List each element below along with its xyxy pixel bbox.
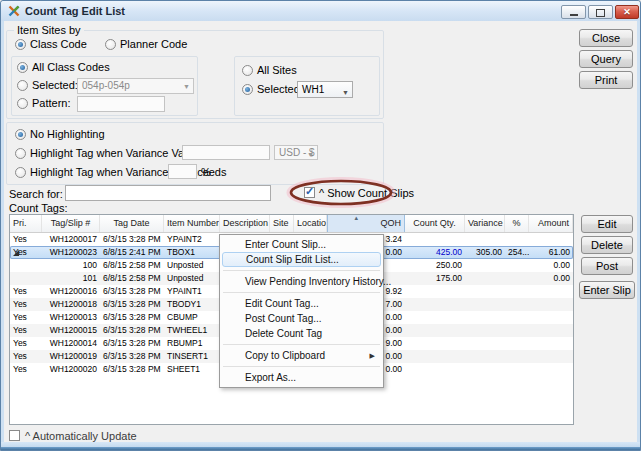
cell-item: TWHEEL1 <box>164 324 220 337</box>
column-header-site[interactable]: Site <box>270 215 294 232</box>
menu-item-view-pending-inventory-history[interactable]: View Pending Inventory History... <box>220 274 383 289</box>
class-code-radio-label[interactable]: Class Code <box>30 38 87 50</box>
variance-value-input[interactable] <box>182 145 270 160</box>
expanded-indicator-icon[interactable] <box>13 250 19 256</box>
cell-tag: WH1200019 <box>42 350 100 363</box>
query-button[interactable]: Query <box>579 50 633 68</box>
cell-count_qty <box>405 298 465 311</box>
search-label: Search for: <box>9 188 63 200</box>
delete-button[interactable]: Delete <box>581 236 633 254</box>
class-code-combobox[interactable]: 054p-054p ▼ <box>77 78 194 94</box>
class-code-radio[interactable] <box>15 39 26 50</box>
class-code-combobox-value: 054p-054p <box>82 80 130 91</box>
item-sites-group-label: Item Sites by <box>14 24 84 36</box>
menu-item-edit-count-tag[interactable]: Edit Count Tag... <box>220 296 383 311</box>
selected-site-label[interactable]: Selected: <box>257 83 303 95</box>
column-header-desc[interactable]: Description <box>220 215 270 232</box>
submenu-arrow-icon: ▶ <box>370 348 375 363</box>
menu-item-count-slip-edit-list[interactable]: Count Slip Edit List... <box>222 252 381 267</box>
menu-item-copy-to-clipboard[interactable]: Copy to Clipboard▶ <box>220 348 383 363</box>
cell-variance <box>465 311 505 324</box>
automatically-update-label[interactable]: ^ Automatically Update <box>25 430 137 442</box>
column-header-pct[interactable]: % <box>505 215 529 232</box>
pattern-radio[interactable] <box>17 98 28 109</box>
all-sites-label[interactable]: All Sites <box>257 64 297 76</box>
column-header-loc[interactable]: Location <box>294 215 327 232</box>
close-button[interactable]: Close <box>579 29 633 47</box>
column-header-date[interactable]: Tag Date <box>100 215 164 232</box>
cell-pct <box>505 233 529 246</box>
cell-pct <box>505 337 529 350</box>
close-window-button[interactable]: ✕ <box>615 5 639 19</box>
menu-separator <box>223 366 380 367</box>
menu-item-label: Enter Count Slip... <box>245 239 326 250</box>
cell-pct: 254... <box>505 246 529 259</box>
pattern-label[interactable]: Pattern: <box>32 97 71 109</box>
all-class-codes-label[interactable]: All Class Codes <box>32 61 110 73</box>
maximize-button[interactable] <box>588 5 613 19</box>
cell-variance <box>465 233 505 246</box>
automatically-update-checkbox[interactable] <box>9 430 20 441</box>
column-header-amount[interactable]: Amount <box>529 215 573 232</box>
highlight-variance-pct-radio[interactable] <box>15 167 26 178</box>
planner-code-radio-label[interactable]: Planner Code <box>120 38 187 50</box>
highlight-variance-value-radio[interactable] <box>15 148 26 159</box>
selected-site-radio[interactable] <box>242 84 253 95</box>
minimize-button[interactable] <box>561 5 586 19</box>
post-button[interactable]: Post <box>581 257 633 275</box>
menu-item-export-as[interactable]: Export As... <box>220 370 383 385</box>
sort-ascending-icon: ▴ <box>355 215 359 226</box>
no-highlighting-radio[interactable] <box>15 129 26 140</box>
menu-item-delete-count-tag[interactable]: Delete Count Tag <box>220 326 383 341</box>
cell-count_qty <box>405 311 465 324</box>
cell-amount <box>529 337 573 350</box>
site-combobox[interactable]: WH1 ▼ <box>297 81 353 98</box>
cell-variance <box>465 337 505 350</box>
all-sites-radio[interactable] <box>242 65 253 76</box>
column-header-item[interactable]: Item Number <box>164 215 220 232</box>
show-count-slips-checkbox[interactable] <box>304 187 315 198</box>
cell-pri: Yes <box>10 350 42 363</box>
titlebar[interactable]: Count Tag Edit List ✕ <box>1 1 640 21</box>
highlight-variance-pct-label[interactable]: Highlight Tag when Variance % Exceeds <box>30 166 227 178</box>
cell-pri: Yes <box>10 324 42 337</box>
column-header-count_qty[interactable]: Count Qty. <box>405 215 465 232</box>
pattern-input[interactable] <box>77 96 165 112</box>
cell-item: TBODY1 <box>164 298 220 311</box>
cell-pct <box>505 311 529 324</box>
selected-class-code-radio[interactable] <box>17 80 28 91</box>
cell-item: YPAINT2 <box>164 233 220 246</box>
cell-count_qty <box>405 363 465 376</box>
print-button[interactable]: Print <box>579 71 633 89</box>
cell-amount: 0.00 <box>529 259 573 272</box>
cell-count_qty: 250.00 <box>405 259 465 272</box>
currency-combobox[interactable]: USD - $ ▼ <box>274 145 318 160</box>
cell-count_qty: 425.00 <box>405 246 465 259</box>
cell-variance <box>465 272 505 285</box>
column-header-qoh[interactable]: QOH▴ <box>327 215 405 232</box>
cell-pri: Yes <box>10 298 42 311</box>
menu-item-enter-count-slip[interactable]: Enter Count Slip... <box>220 237 383 252</box>
search-input[interactable] <box>65 185 271 201</box>
column-header-variance[interactable]: Variance <box>465 215 505 232</box>
column-header-tag[interactable]: Tag/Slip # <box>42 215 100 232</box>
all-class-codes-radio[interactable] <box>17 62 28 73</box>
selected-class-code-label[interactable]: Selected: <box>32 79 78 91</box>
cell-pct <box>505 324 529 337</box>
cell-tag: WH1200017 <box>42 233 100 246</box>
cell-date: 6/3/15 3:28 PM <box>100 350 164 363</box>
cell-tag: WH1200015 <box>42 324 100 337</box>
cell-amount <box>529 298 573 311</box>
no-highlighting-label[interactable]: No Highlighting <box>30 128 105 140</box>
menu-item-post-count-tag[interactable]: Post Count Tag... <box>220 311 383 326</box>
planner-code-radio[interactable] <box>105 39 116 50</box>
xtuple-logo-icon <box>8 5 20 17</box>
edit-button[interactable]: Edit <box>581 215 633 233</box>
show-count-slips-label[interactable]: ^ Show Count Slips <box>319 187 414 199</box>
variance-pct-input[interactable] <box>168 164 197 179</box>
window-frame-left <box>1 21 4 442</box>
cell-pct <box>505 285 529 298</box>
menu-item-label: Copy to Clipboard <box>245 350 325 361</box>
enter-slip-button[interactable]: Enter Slip <box>579 281 635 299</box>
column-header-pri[interactable]: Pri. <box>10 215 42 232</box>
